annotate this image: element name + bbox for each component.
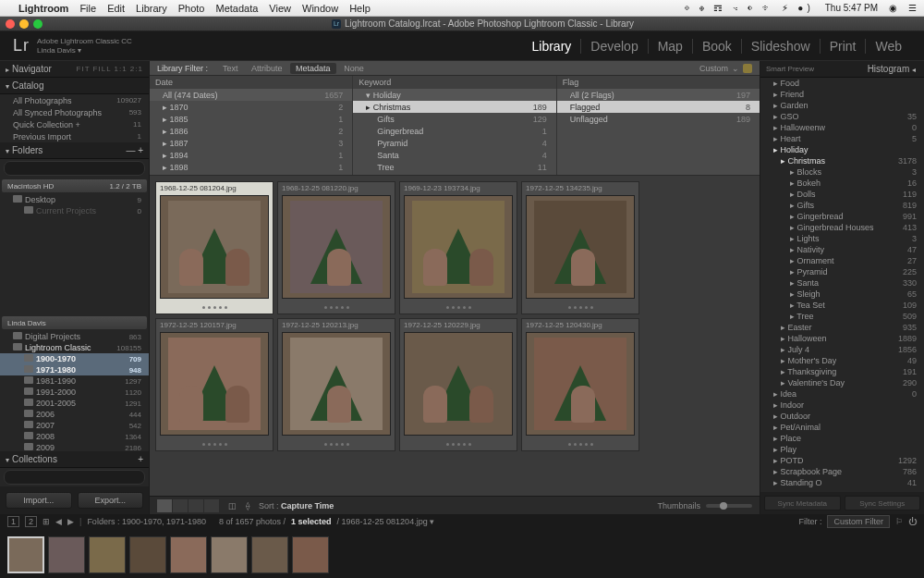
keyword-row[interactable]: ▸ Halloweenw0 — [760, 122, 924, 133]
navigator-header[interactable]: ▸Navigator FIT FILL 1:1 2:1 — [0, 61, 149, 78]
page-1[interactable]: 1 — [7, 516, 19, 527]
folder-item[interactable]: 20081364 — [0, 431, 149, 442]
metadata-row[interactable]: ▸ 18941 — [150, 149, 352, 161]
metadata-row[interactable]: Pyramid4 — [353, 137, 555, 149]
menu-metadata[interactable]: Metadata — [215, 3, 258, 14]
thumbnail-cell[interactable]: 1968-12-25 081220.jpg — [277, 181, 395, 314]
metadata-row[interactable]: Flagged8 — [557, 101, 760, 113]
keyword-row[interactable]: ▸ Nativity47 — [760, 244, 924, 255]
keyword-row[interactable]: ▸ Halloween1889 — [760, 333, 924, 344]
histogram-header[interactable]: Smart Preview Histogram ◂ — [760, 61, 924, 78]
thumbnail-cell[interactable]: 1968-12-25 081204.jpg — [155, 181, 274, 314]
sort-value[interactable]: Capture Time — [281, 501, 334, 510]
thumbnail-image[interactable] — [282, 195, 391, 299]
nav-fwd-icon[interactable]: ▶ — [67, 517, 74, 526]
keyword-row[interactable]: ▸ Valentine's Day290 — [760, 377, 924, 388]
metadata-row[interactable]: Gifts129 — [353, 113, 555, 125]
folder-item[interactable]: 1991-20001120 — [0, 387, 149, 398]
metadata-row[interactable]: ▸ Christmas189 — [353, 101, 555, 113]
grid-view[interactable]: 1968-12-25 081204.jpg 1968-12-25 081220.… — [150, 176, 760, 496]
selected-file[interactable]: / 1968-12-25 081204.jpg ▾ — [337, 517, 435, 526]
keyword-row[interactable]: ▸ Lights3 — [760, 233, 924, 244]
catalog-item[interactable]: All Photographs109027 — [0, 94, 149, 106]
filmstrip-thumb[interactable] — [89, 536, 126, 573]
menu-window[interactable]: Window — [302, 3, 338, 14]
keyword-row[interactable]: ▸ Blocks3 — [760, 166, 924, 178]
module-develop[interactable]: Develop — [580, 39, 647, 54]
folder-item[interactable]: Current Projects0 — [0, 205, 149, 216]
module-web[interactable]: Web — [865, 39, 911, 54]
collection-filter-input[interactable] — [4, 470, 145, 485]
thumbnail-cell[interactable]: 1969-12-23 193734.jpg — [399, 181, 517, 314]
menubar-status-icons[interactable]: ◎ ⊕ ☶ ⌥ ◐ ᯤ ⚡︎ ●) — [685, 3, 814, 13]
catalog-item[interactable]: Previous Import1 — [0, 130, 149, 142]
view-mode-buttons[interactable] — [157, 499, 219, 512]
keyword-row[interactable]: ▸ Holiday — [760, 144, 924, 155]
keyword-row[interactable]: ▸ Standing O41 — [760, 477, 924, 488]
flag-filter-icon[interactable]: ⚐ — [895, 517, 903, 526]
thumb-rating[interactable] — [278, 301, 395, 314]
keyword-row[interactable]: ▸ Place — [760, 433, 924, 444]
filmstrip-thumb[interactable] — [48, 536, 85, 573]
catalog-item[interactable]: Quick Collection +11 — [0, 118, 149, 130]
keyword-row[interactable]: ▸ Gingerbread Houses413 — [760, 222, 924, 233]
thumb-rating[interactable] — [278, 437, 395, 450]
add-folder-icon[interactable]: — + — [126, 145, 143, 155]
thumbnail-image[interactable] — [404, 332, 513, 436]
thumbnail-image[interactable] — [404, 195, 513, 299]
filter-tab-metadata[interactable]: Metadata — [290, 63, 336, 74]
folder-item[interactable]: 2001-20051291 — [0, 398, 149, 409]
keyword-row[interactable]: ▸ POTD1292 — [760, 455, 924, 466]
metadata-col-header[interactable]: Date — [150, 76, 352, 89]
user-name[interactable]: Linda Davis — [37, 46, 76, 55]
metadata-row[interactable]: Gingerbread1 — [353, 125, 555, 137]
sync-settings-button[interactable]: Sync Settings — [845, 496, 921, 510]
thumbnail-image[interactable] — [160, 332, 269, 436]
folder-item[interactable]: Lightroom Classic108155 — [0, 342, 149, 353]
filmstrip-thumb[interactable] — [170, 536, 207, 573]
thumb-rating[interactable] — [522, 437, 638, 450]
menu-library[interactable]: Library — [136, 3, 167, 14]
catalog-item[interactable]: All Synced Photographs593 — [0, 106, 149, 118]
keyword-row[interactable]: ▸ Gifts819 — [760, 200, 924, 211]
thumbnail-cell[interactable]: 1972-12-25 120213.jpg — [277, 318, 395, 451]
thumbnail-cell[interactable]: 1972-12-25 134235.jpg — [521, 181, 639, 314]
metadata-row[interactable]: ▸ 18862 — [150, 125, 352, 137]
module-map[interactable]: Map — [648, 39, 692, 54]
keyword-row[interactable]: ▸ Easter935 — [760, 322, 924, 333]
keyword-row[interactable]: ▸ Christmas3178 — [760, 155, 924, 166]
filmstrip-thumb[interactable] — [211, 536, 248, 573]
chevron-down-icon[interactable]: ▾ — [78, 46, 81, 55]
folder-item[interactable]: 2007542 — [0, 420, 149, 431]
thumb-rating[interactable] — [400, 301, 517, 314]
module-book[interactable]: Book — [692, 39, 741, 54]
spotlight-icon[interactable]: ☰ — [908, 3, 917, 13]
import-button[interactable]: Import... — [6, 492, 72, 509]
keyword-row[interactable]: ▸ Pyramid225 — [760, 266, 924, 277]
folder-item[interactable]: 1971-1980948 — [0, 364, 149, 375]
keyword-row[interactable]: ▸ Tea Set109 — [760, 300, 924, 311]
user-icon[interactable]: ◉ — [889, 3, 897, 13]
filter-switch-icon[interactable]: ⏻ — [908, 517, 917, 526]
metadata-col-header[interactable]: Keyword — [353, 76, 555, 89]
metadata-row[interactable]: ▸ 18702 — [150, 101, 352, 113]
painter-icon[interactable]: ◫ — [228, 501, 237, 510]
lock-icon[interactable] — [743, 64, 752, 73]
keyword-row[interactable]: ▸ Garden — [760, 100, 924, 111]
nav-back-icon[interactable]: ◀ — [55, 517, 62, 526]
keyword-row[interactable]: ▸ Ornament27 — [760, 255, 924, 266]
filter-tab-text[interactable]: Text — [217, 63, 244, 74]
collections-header[interactable]: ▾Collections + — [0, 451, 149, 468]
folder-filter-input[interactable] — [4, 161, 145, 176]
keyword-row[interactable]: ▸ Indoor — [760, 400, 924, 411]
keyword-row[interactable]: ▸ Scrapbook Page786 — [760, 466, 924, 477]
metadata-row[interactable]: ▸ 18873 — [150, 137, 352, 149]
folders-header[interactable]: ▾Folders — + — [0, 142, 149, 159]
thumbnail-size-slider[interactable] — [706, 504, 752, 508]
metadata-row[interactable]: ▸ 18981 — [150, 161, 352, 173]
metadata-row[interactable]: Unflagged189 — [557, 113, 760, 125]
page-2[interactable]: 2 — [25, 516, 37, 527]
metadata-col-header[interactable]: Flag — [557, 76, 760, 89]
keyword-row[interactable]: ▸ Sleigh65 — [760, 289, 924, 300]
keyword-row[interactable]: ▸ Bokeh16 — [760, 178, 924, 189]
